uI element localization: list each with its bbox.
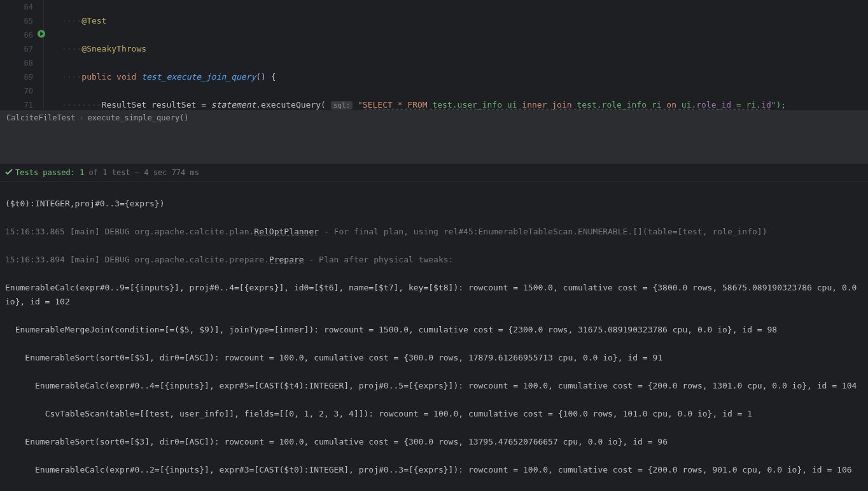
log-line: ($t0):INTEGER,proj#0..3={exprs}) bbox=[5, 197, 863, 211]
check-icon bbox=[5, 168, 13, 176]
line-number: 68 bbox=[0, 56, 33, 70]
log-line: 15:16:33.894 [main] DEBUG org.apache.cal… bbox=[5, 253, 863, 267]
line-number: 70 bbox=[0, 84, 33, 98]
tests-passed-label: Tests passed: 1 bbox=[15, 168, 84, 177]
tests-duration: of 1 test – 4 sec 774 ms bbox=[84, 168, 199, 177]
breadcrumb-class[interactable]: CalciteFileTest bbox=[6, 113, 75, 122]
breadcrumb-sep: › bbox=[79, 113, 83, 122]
param-hint: sql: bbox=[331, 101, 353, 110]
plan-line: EnumerableSort(sort0=[$3], dir0=[ASC]): … bbox=[5, 435, 863, 449]
code-area[interactable]: ····@Test ····@SneakyThrows ····public v… bbox=[43, 0, 868, 110]
plan-line: EnumerableCalc(expr#0..9=[{inputs}], pro… bbox=[5, 281, 863, 309]
code-editor[interactable]: 64 65 66 67 68 69 70 71 ····@Test ····@S… bbox=[0, 0, 868, 110]
log-line: 15:16:33.865 [main] DEBUG org.apache.cal… bbox=[5, 225, 863, 239]
line-number: 69 bbox=[0, 70, 33, 84]
line-number: 67 bbox=[0, 42, 33, 56]
breadcrumb: CalciteFileTest › execute_simple_query() bbox=[0, 110, 868, 125]
tool-window-header bbox=[0, 125, 868, 164]
console-output[interactable]: ($t0):INTEGER,proj#0..3={exprs}) 15:16:3… bbox=[0, 181, 868, 491]
test-status-bar: Tests passed: 1 of 1 test – 4 sec 774 ms bbox=[0, 164, 868, 181]
plan-line: CsvTableScan(table=[[test, user_info]], … bbox=[5, 407, 863, 421]
code-line[interactable]: ····public void test_execute_join_query(… bbox=[62, 70, 868, 84]
line-gutter: 64 65 66 67 68 69 70 71 bbox=[0, 0, 39, 110]
line-number: 71 bbox=[0, 98, 33, 110]
line-number: 64 bbox=[0, 0, 33, 14]
plan-line: EnumerableCalc(expr#0..2=[{inputs}], exp… bbox=[5, 463, 863, 477]
plan-line: EnumerableCalc(expr#0..4=[{inputs}], exp… bbox=[5, 379, 863, 393]
line-number[interactable]: 66 bbox=[0, 28, 33, 42]
plan-line: EnumerableSort(sort0=[$5], dir0=[ASC]): … bbox=[5, 351, 863, 365]
code-line[interactable]: ····@Test bbox=[62, 14, 868, 28]
line-number: 65 bbox=[0, 14, 33, 28]
breadcrumb-method[interactable]: execute_simple_query() bbox=[88, 113, 189, 122]
plan-line: EnumerableMergeJoin(condition=[=($5, $9)… bbox=[5, 323, 863, 337]
code-line[interactable]: ····@SneakyThrows bbox=[62, 42, 868, 56]
code-line[interactable]: ········ResultSet resultSet = statement.… bbox=[62, 98, 868, 110]
run-test-icon[interactable] bbox=[37, 29, 46, 38]
